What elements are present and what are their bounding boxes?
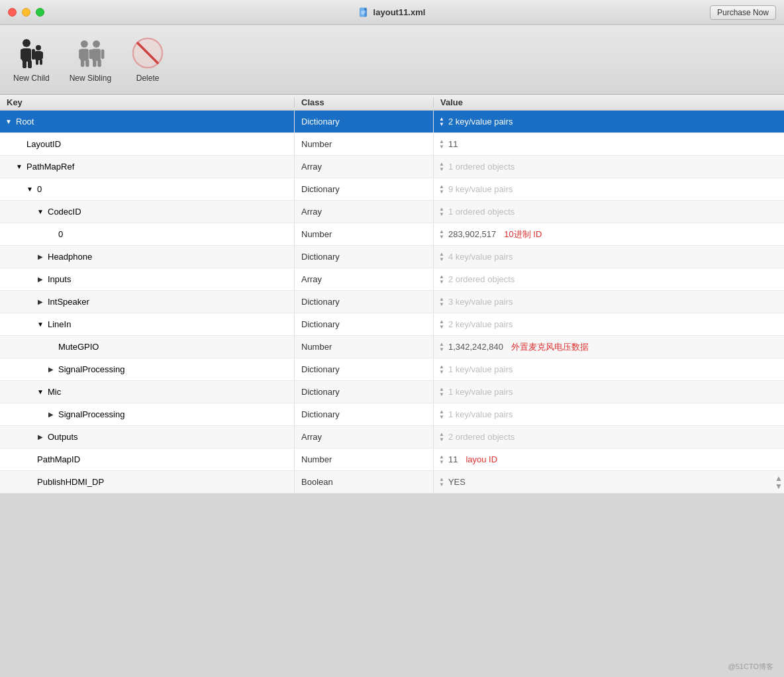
value-stepper[interactable]: ▲▼	[439, 319, 444, 330]
table-row[interactable]: ▶SignalProcessingDictionary▲▼1 key/value…	[0, 403, 784, 426]
table-row[interactable]: ▼MicDictionary▲▼1 key/value pairs	[0, 381, 784, 403]
minimize-button[interactable]	[22, 8, 30, 17]
cell-key: ▶Outputs	[0, 426, 295, 448]
value-stepper[interactable]: ▲▼	[439, 432, 444, 443]
new-sibling-label: New Sibling	[70, 74, 111, 83]
triangle-closed-icon[interactable]: ▶	[36, 298, 45, 305]
cell-class: Number	[295, 133, 434, 155]
cell-class: Dictionary	[295, 381, 434, 403]
table-row[interactable]: ▼RootDictionary▲▼2 key/value pairs	[0, 111, 784, 133]
cell-value: ▲▼1,342,242,840外置麦克风电压数据	[434, 336, 784, 358]
key-text: Headphone	[48, 252, 92, 262]
value-stepper[interactable]: ▲▼	[439, 477, 444, 488]
value-stepper[interactable]: ▲▼	[439, 342, 444, 352]
table-row[interactable]: ▶InputsArray▲▼2 ordered objects	[0, 268, 784, 291]
table-row[interactable]: PathMapIDNumber▲▼11layou ID	[0, 448, 784, 471]
triangle-closed-icon[interactable]: ▶	[36, 433, 45, 441]
triangle-open-icon[interactable]: ▼	[25, 185, 34, 193]
triangle-open-icon[interactable]: ▼	[36, 208, 45, 215]
value-text: YES	[448, 477, 466, 487]
col-key-header: Key	[0, 97, 295, 107]
toolbar: New Child New Sibling	[0, 25, 784, 95]
purchase-button[interactable]: Purchase Now	[710, 5, 776, 20]
triangle-open-icon[interactable]: ▼	[4, 118, 13, 125]
class-text: Boolean	[301, 477, 333, 487]
cell-value: ▲▼1 ordered objects	[434, 156, 784, 178]
table-row[interactable]: LayoutIDNumber▲▼11	[0, 133, 784, 156]
cell-key: LayoutID	[0, 133, 295, 155]
triangle-closed-icon[interactable]: ▶	[46, 366, 56, 373]
triangle-open-icon[interactable]: ▼	[15, 163, 24, 170]
svg-rect-27	[101, 50, 105, 60]
delete-button[interactable]: Delete	[131, 36, 164, 83]
value-text: 1 ordered objects	[448, 162, 514, 172]
table-row[interactable]: ▶OutputsArray▲▼2 ordered objects	[0, 426, 784, 448]
key-text: 0	[58, 229, 63, 239]
triangle-open-icon[interactable]: ▼	[36, 321, 45, 328]
table-row[interactable]: ▶SignalProcessingDictionary▲▼1 key/value…	[0, 358, 784, 381]
cell-class: Dictionary	[295, 178, 434, 200]
cell-key: ▶SignalProcessing	[0, 403, 295, 425]
col-class-header: Class	[295, 97, 434, 107]
table-row[interactable]: ▼LineInDictionary▲▼2 key/value pairs	[0, 313, 784, 336]
table-row[interactable]: ▼CodecIDArray▲▼1 ordered objects	[0, 201, 784, 223]
class-text: Array	[301, 274, 322, 284]
value-stepper[interactable]: ▲▼	[439, 409, 444, 420]
value-text: 2 ordered objects	[448, 432, 514, 442]
class-text: Dictionary	[301, 252, 340, 262]
table-row[interactable]: ▶IntSpeakerDictionary▲▼3 key/value pairs	[0, 291, 784, 313]
value-stepper[interactable]: ▲▼	[439, 117, 444, 127]
value-stepper[interactable]: ▲▼	[439, 387, 444, 397]
class-text: Dictionary	[301, 387, 340, 397]
traffic-lights	[8, 8, 44, 17]
table-row[interactable]: 0Number▲▼283,902,51710进制 ID	[0, 223, 784, 246]
value-stepper[interactable]: ▲▼	[439, 162, 444, 172]
cell-key: MuteGPIO	[0, 336, 295, 358]
right-stepper[interactable]: ▲▼	[775, 474, 783, 490]
triangle-open-icon[interactable]: ▼	[36, 388, 45, 395]
key-text: Inputs	[48, 274, 71, 284]
value-stepper[interactable]: ▲▼	[439, 184, 444, 195]
cell-class: Array	[295, 268, 434, 290]
value-stepper[interactable]: ▲▼	[439, 252, 444, 262]
class-text: Dictionary	[301, 319, 340, 329]
new-child-button[interactable]: New Child	[13, 36, 50, 83]
class-text: Dictionary	[301, 184, 340, 194]
new-sibling-button[interactable]: New Sibling	[70, 36, 111, 83]
cell-value: ▲▼1 ordered objects	[434, 201, 784, 223]
value-stepper[interactable]: ▲▼	[439, 139, 444, 150]
value-text: 9 key/value pairs	[448, 184, 513, 194]
value-annotation: 外置麦克风电压数据	[511, 341, 589, 353]
value-annotation: layou ID	[466, 454, 497, 464]
svg-rect-26	[91, 50, 95, 60]
new-sibling-icon	[74, 36, 107, 70]
cell-class: Dictionary	[295, 358, 434, 380]
cell-key: ▼PathMapRef	[0, 156, 295, 178]
value-stepper[interactable]: ▲▼	[439, 229, 444, 240]
new-child-label: New Child	[13, 74, 50, 83]
table-row[interactable]: MuteGPIONumber▲▼1,342,242,840外置麦克风电压数据	[0, 336, 784, 358]
table-row[interactable]: ▼0Dictionary▲▼9 key/value pairs	[0, 178, 784, 201]
cell-key: ▼Root	[0, 111, 295, 132]
value-annotation: 10进制 ID	[504, 229, 542, 240]
value-stepper[interactable]: ▲▼	[439, 454, 444, 465]
cell-value: ▲▼283,902,51710进制 ID	[434, 223, 784, 245]
value-stepper[interactable]: ▲▼	[439, 274, 444, 285]
value-stepper[interactable]: ▲▼	[439, 207, 444, 217]
table-row[interactable]: PublishHDMI_DPBoolean▲▼YES▲▼	[0, 471, 784, 494]
table-row[interactable]: ▶HeadphoneDictionary▲▼4 key/value pairs	[0, 246, 784, 268]
cell-class: Dictionary	[295, 313, 434, 335]
triangle-closed-icon[interactable]: ▶	[36, 276, 45, 283]
triangle-closed-icon[interactable]: ▶	[36, 253, 45, 260]
close-button[interactable]	[8, 8, 17, 17]
maximize-button[interactable]	[36, 8, 44, 17]
triangle-closed-icon[interactable]: ▶	[46, 411, 56, 418]
value-stepper[interactable]: ▲▼	[439, 364, 444, 375]
class-text: Array	[301, 207, 322, 217]
svg-point-18	[81, 40, 88, 48]
key-text: Root	[16, 117, 34, 127]
table-row[interactable]: ▼PathMapRefArray▲▼1 ordered objects	[0, 156, 784, 178]
new-child-icon	[15, 36, 48, 70]
value-stepper[interactable]: ▲▼	[439, 297, 444, 307]
cell-value: ▲▼2 key/value pairs	[434, 111, 784, 132]
